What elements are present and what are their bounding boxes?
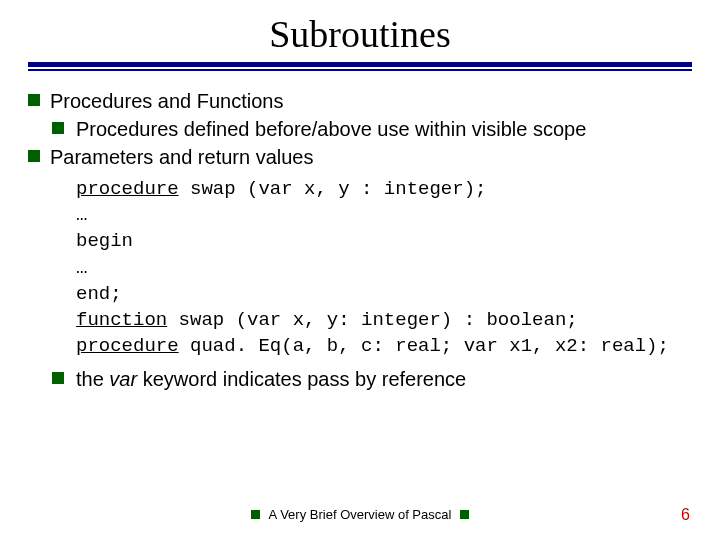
page-number: 6 [681, 506, 690, 524]
title-divider [28, 62, 692, 72]
code-line: procedure quad. Eq(a, b, c: real; var x1… [76, 333, 692, 359]
code-text: swap (var x, y: integer) : boolean; [167, 309, 577, 331]
code-keyword: procedure [76, 178, 179, 200]
bullet-level2: Procedures defined before/above use with… [28, 116, 692, 142]
code-keyword: function [76, 309, 167, 331]
code-line: begin [76, 228, 692, 254]
slide-title: Subroutines [28, 12, 692, 56]
code-line: end; [76, 281, 692, 307]
code-line: … [76, 202, 692, 228]
footer: A Very Brief Overview of Pascal [0, 507, 720, 522]
bullet-level1: Procedures and Functions [28, 88, 692, 114]
code-text: quad. Eq(a, b, c: real; var x1, x2: real… [179, 335, 669, 357]
code-line: … [76, 255, 692, 281]
footer-label: A Very Brief Overview of Pascal [251, 507, 470, 522]
slide: Subroutines Procedures and Functions Pro… [0, 0, 720, 540]
bullet-text: the [76, 368, 109, 390]
bullet-level2: the var keyword indicates pass by refere… [28, 366, 692, 392]
bullet-keyword: var [109, 368, 137, 390]
content-area: Procedures and Functions Procedures defi… [28, 88, 692, 392]
code-line: procedure swap (var x, y : integer); [76, 176, 692, 202]
code-text: swap (var x, y : integer); [179, 178, 487, 200]
code-keyword: procedure [76, 335, 179, 357]
divider-bar-main [28, 62, 692, 67]
bullet-text: keyword indicates pass by reference [137, 368, 466, 390]
divider-bar-sub [28, 69, 692, 71]
code-block: procedure swap (var x, y : integer); … b… [76, 176, 692, 360]
code-line: function swap (var x, y: integer) : bool… [76, 307, 692, 333]
bullet-level1: Parameters and return values [28, 144, 692, 170]
